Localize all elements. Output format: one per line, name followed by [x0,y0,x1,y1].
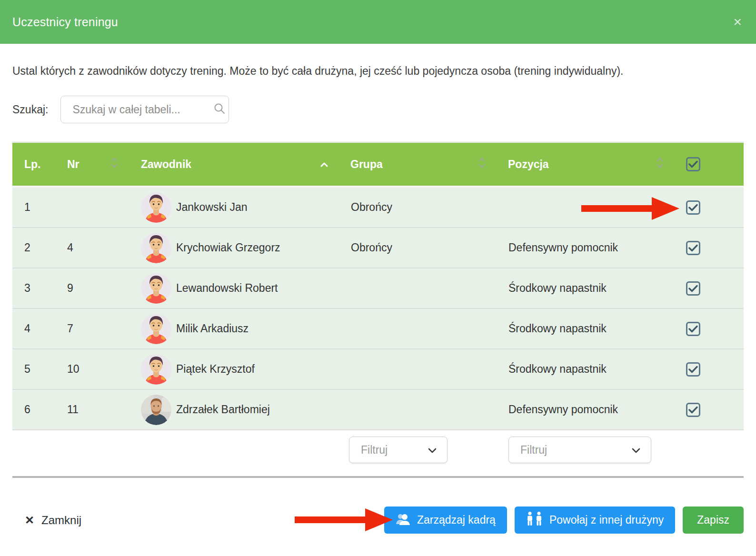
player-name: Lewandowski Robert [176,282,278,295]
close-icon[interactable]: × [733,15,742,29]
column-header-pozycja[interactable]: Pozycja [496,156,674,172]
player-position: Środkowy napastnik [496,282,674,295]
table-row[interactable]: 5 10 [12,349,744,390]
row-checkbox[interactable] [686,322,700,336]
table-row[interactable]: 6 11 [12,390,744,430]
player-position: Defensywny pomocnik [496,241,674,254]
row-index: 5 [12,363,55,376]
modal-title: Uczestnicy treningu [12,15,118,29]
row-checkbox[interactable] [686,403,700,417]
table-row[interactable]: 2 4 [12,228,744,268]
participants-table: Lp. Nr Zawodnik Grupa [12,141,744,469]
manage-squad-label: Zarządzaj kadrą [417,514,496,526]
search-icon [213,102,226,117]
table-body: 1 [12,188,744,430]
row-checkbox[interactable] [686,200,700,215]
player-name: Jankowski Jan [176,201,248,214]
table-row[interactable]: 3 9 [12,268,744,309]
modal-description: Ustal których z zawodników dotyczy treni… [12,65,744,78]
select-all-checkbox[interactable] [686,157,700,171]
player-avatar-cartoon [141,273,171,304]
player-name: Zdrzałek Bartłomiej [176,403,270,416]
sort-asc-icon [319,158,329,171]
row-index: 3 [12,282,55,295]
filter-pozycja-label: Filtruj [520,444,547,457]
chevron-down-icon [427,444,438,457]
row-index: 6 [12,403,55,416]
close-modal-button[interactable]: ✕ Zamknij [25,514,81,527]
call-up-label: Powołaj z innej drużyny [549,514,664,526]
player-avatar-cartoon [141,192,171,223]
player-avatar-cartoon [141,354,171,385]
column-header-grupa-label: Grupa [350,158,383,171]
save-button[interactable]: Zapisz [683,506,744,534]
player-name: Krychowiak Grzegorz [176,241,280,254]
sort-icon [110,156,118,172]
filter-row: Filtruj Filtruj [12,430,744,469]
search-box[interactable] [60,96,229,123]
row-index: 1 [12,201,55,214]
column-header-zawodnik[interactable]: Zawodnik [129,158,338,171]
player-position: Defensywny pomocnik [496,403,674,416]
column-header-pozycja-label: Pozycja [508,158,549,171]
manage-squad-button[interactable]: Zarządzaj kadrą [384,506,507,534]
player-group: Obrońcy [338,201,496,214]
table-row[interactable]: 1 [12,188,744,228]
sort-icon [656,156,664,172]
player-avatar-cartoon [141,233,171,263]
modal-header: Uczestnicy treningu × [0,0,756,44]
call-up-other-team-button[interactable]: Powołaj z innej drużyny [515,506,675,534]
row-checkbox[interactable] [686,241,700,255]
column-header-nr-label: Nr [67,158,80,171]
sort-icon [478,156,486,172]
player-number: 10 [55,363,129,376]
two-people-icon [526,512,543,529]
modal-footer: ✕ Zamknij Zarządzaj kadrą [12,506,744,534]
table-header-row: Lp. Nr Zawodnik Grupa [12,141,744,188]
row-checkbox[interactable] [686,281,700,296]
player-position: Środkowy napastnik [496,363,674,376]
column-header-grupa[interactable]: Grupa [338,156,496,172]
row-index: 2 [12,241,55,254]
table-row[interactable]: 4 7 [12,309,744,349]
search-row: Szukaj: [12,96,744,123]
player-number: 11 [55,403,129,416]
player-avatar-cartoon [141,314,171,344]
column-header-nr[interactable]: Nr [55,156,129,172]
player-name: Piątek Krzysztof [176,363,255,376]
column-header-zawodnik-label: Zawodnik [141,158,191,171]
close-button-label: Zamknij [41,514,81,527]
player-group: Obrońcy [338,241,496,254]
filter-grupa-label: Filtruj [361,444,388,457]
player-number: 4 [55,241,129,254]
player-number: 7 [55,322,129,335]
filter-grupa-dropdown[interactable]: Filtruj [349,437,448,463]
close-x-icon: ✕ [25,514,34,527]
search-label: Szukaj: [12,103,48,116]
column-header-lp[interactable]: Lp. [12,158,55,171]
player-name: Milik Arkadiusz [176,322,249,335]
player-avatar-photo [141,395,171,425]
save-label: Zapisz [697,514,729,526]
row-index: 4 [12,322,55,335]
users-icon [396,512,411,528]
footer-divider [12,476,744,478]
row-checkbox[interactable] [686,362,700,377]
player-number: 9 [55,282,129,295]
player-position: Środkowy napastnik [496,322,674,335]
filter-pozycja-dropdown[interactable]: Filtruj [508,437,651,463]
search-input[interactable] [72,103,213,116]
chevron-down-icon [631,444,641,457]
